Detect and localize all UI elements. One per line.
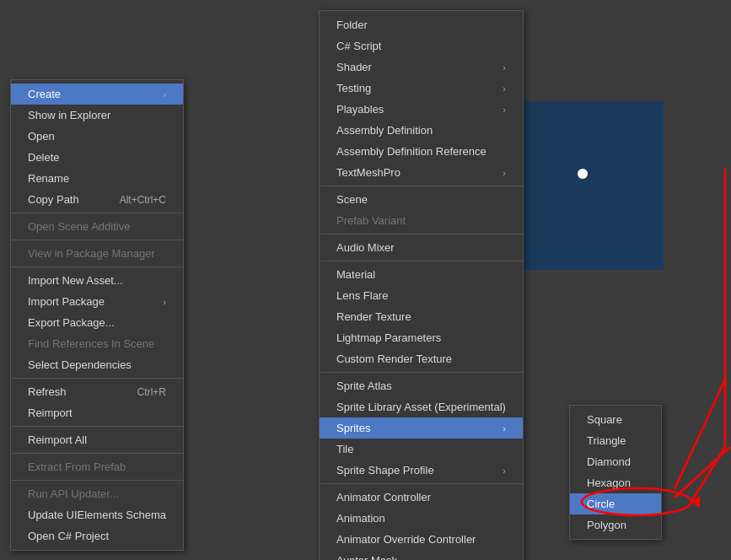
menu-item-assembly-def-ref[interactable]: Assembly Definition Reference [320, 141, 523, 162]
menu-item-hexagon[interactable]: Hexagon [570, 472, 661, 493]
menu-item-diamond[interactable]: Diamond [570, 451, 661, 472]
menu-item-polygon[interactable]: Polygon [570, 514, 661, 536]
menu-item-export-package[interactable]: Export Package... [11, 312, 183, 333]
menu-item-open-csharp[interactable]: Open C# Project [11, 525, 183, 547]
menu-item-show-explorer[interactable]: Show in Explorer [11, 105, 183, 126]
menu-item-audio-mixer[interactable]: Audio Mixer [320, 237, 523, 258]
separator-c3 [320, 261, 523, 261]
menu-item-sprite-shape-profile[interactable]: Sprite Shape Profile › [320, 460, 523, 481]
menu-item-find-references: Find References In Scene [11, 333, 183, 354]
menu-item-refresh[interactable]: Refresh Ctrl+R [11, 381, 183, 402]
menu-item-square[interactable]: Square [570, 409, 661, 430]
menu-item-update-uielements[interactable]: Update UIElements Schema [11, 504, 183, 525]
menu-item-animator-controller[interactable]: Animator Controller [320, 487, 523, 508]
menu-item-lens-flare[interactable]: Lens Flare [320, 285, 523, 306]
scene-dot [578, 169, 588, 179]
menu-item-create[interactable]: Create › [11, 83, 183, 105]
menu-item-tile[interactable]: Tile [320, 439, 523, 460]
separator-c1 [320, 186, 523, 186]
menu-item-reimport-all[interactable]: Reimport All [11, 429, 183, 450]
context-menu-left: Create › Show in Explorer Open Delete Re… [10, 79, 184, 551]
menu-item-animation[interactable]: Animation [320, 508, 523, 529]
separator-c5 [320, 483, 523, 484]
menu-item-open[interactable]: Open [11, 126, 183, 147]
menu-item-circle[interactable]: Circle [570, 493, 661, 514]
separator-1 [11, 213, 183, 213]
menu-item-shader[interactable]: Shader › [320, 57, 523, 78]
menu-item-custom-render-texture[interactable]: Custom Render Texture [320, 348, 523, 369]
menu-item-copy-path[interactable]: Copy Path Alt+Ctrl+C [11, 189, 183, 210]
menu-item-reimport[interactable]: Reimport [11, 402, 183, 423]
menu-item-sprite-atlas[interactable]: Sprite Atlas [320, 375, 523, 396]
menu-item-folder[interactable]: Folder [320, 14, 523, 35]
separator-3 [11, 267, 183, 267]
menu-item-material[interactable]: Material [320, 264, 523, 285]
menu-item-run-api-updater: Run API Updater... [11, 483, 183, 504]
menu-item-view-package-manager: View in Package Manager [11, 243, 183, 264]
menu-item-lightmap-params[interactable]: Lightmap Parameters [320, 327, 523, 348]
menu-item-delete[interactable]: Delete [11, 147, 183, 168]
menu-item-sprite-library[interactable]: Sprite Library Asset (Experimental) [320, 396, 523, 417]
menu-item-select-dependencies[interactable]: Select Dependencies [11, 354, 183, 375]
menu-item-rename[interactable]: Rename [11, 168, 183, 189]
menu-item-sprites[interactable]: Sprites › [320, 417, 523, 439]
separator-2 [11, 240, 183, 240]
separator-c2 [320, 234, 523, 234]
menu-item-animator-override[interactable]: Animator Override Controller [320, 529, 523, 550]
menu-item-triangle[interactable]: Triangle [570, 430, 661, 451]
context-menu-sprites: Square Triangle Diamond Hexagon Circle P… [569, 405, 662, 540]
separator-7 [11, 480, 183, 481]
separator-5 [11, 426, 183, 427]
menu-item-import-new-asset[interactable]: Import New Asset... [11, 270, 183, 291]
menu-item-textmeshpro[interactable]: TextMeshPro › [320, 162, 523, 183]
menu-item-avatar-mask[interactable]: Avatar Mask [320, 550, 523, 560]
context-menu-center: Folder C# Script Shader › Testing › Play… [319, 10, 524, 560]
menu-item-testing[interactable]: Testing › [320, 78, 523, 99]
separator-4 [11, 378, 183, 379]
menu-item-prefab-variant: Prefab Variant [320, 210, 523, 231]
separator-6 [11, 453, 183, 454]
menu-item-assembly-def[interactable]: Assembly Definition [320, 120, 523, 141]
menu-item-extract-prefab: Extract From Prefab [11, 456, 183, 477]
menu-item-render-texture[interactable]: Render Texture [320, 306, 523, 327]
menu-item-import-package[interactable]: Import Package › [11, 291, 183, 312]
separator-c4 [320, 372, 523, 373]
menu-item-scene[interactable]: Scene [320, 189, 523, 210]
menu-item-open-scene-additive: Open Scene Additive [11, 216, 183, 237]
menu-item-csharp-script[interactable]: C# Script [320, 35, 523, 57]
menu-item-playables[interactable]: Playables › [320, 99, 523, 120]
